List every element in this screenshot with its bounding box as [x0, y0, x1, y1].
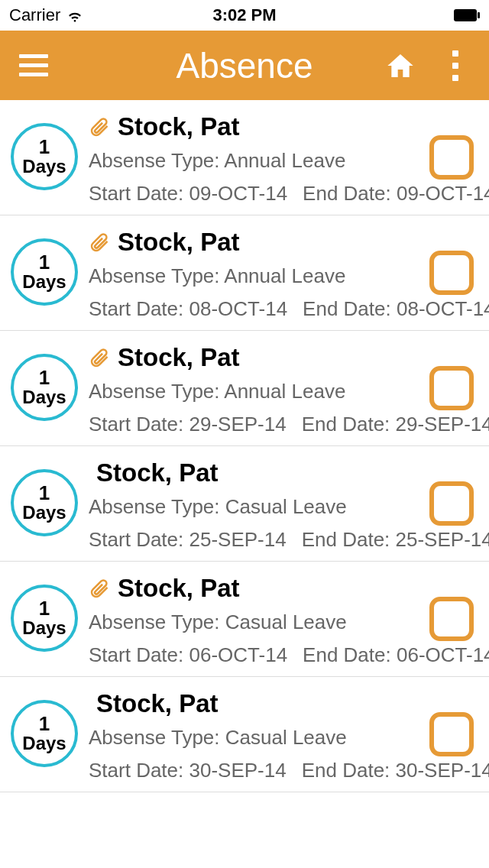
item-content: Stock, Pat Absense Type: Annual Leave St… — [89, 342, 413, 436]
days-count: 1 — [39, 368, 50, 387]
absence-type: Absense Type: Casual Leave — [89, 611, 413, 634]
days-count: 1 — [39, 137, 50, 157]
absence-type: Absense Type: Casual Leave — [89, 495, 413, 519]
end-date: End Date: 29-SEP-14 — [302, 413, 489, 436]
select-checkbox[interactable] — [429, 597, 474, 641]
select-checkbox[interactable] — [429, 712, 474, 756]
days-badge: 1 Days — [11, 123, 78, 190]
start-date: Start Date: 25-SEP-14 — [89, 528, 287, 552]
days-badge: 1 Days — [11, 469, 78, 536]
end-date: End Date: 25-SEP-14 — [302, 528, 489, 552]
item-content: Stock, Pat Absense Type: Casual Leave St… — [89, 688, 413, 782]
wifi-icon — [66, 7, 83, 24]
select-checkbox[interactable] — [429, 251, 474, 295]
days-badge: 1 Days — [11, 354, 78, 421]
days-count: 1 — [39, 252, 50, 272]
list-item[interactable]: 1 Days Stock, Pat Absense Type: Casual L… — [0, 562, 489, 677]
list-item[interactable]: 1 Days Stock, Pat Absense Type: Casual L… — [0, 677, 489, 792]
item-content: Stock, Pat Absense Type: Casual Leave St… — [89, 457, 413, 552]
days-unit: Days — [22, 157, 66, 177]
days-unit: Days — [22, 734, 66, 753]
more-icon[interactable] — [440, 50, 471, 81]
days-badge: 1 Days — [11, 585, 78, 652]
absence-list: 1 Days Stock, Pat Absense Type: Annual L… — [0, 100, 489, 792]
end-date: End Date: 30-SEP-14 — [302, 759, 489, 782]
item-content: Stock, Pat Absense Type: Annual Leave St… — [89, 111, 413, 206]
employee-name: Stock, Pat — [118, 228, 240, 257]
start-date: Start Date: 09-OCT-14 — [89, 182, 287, 206]
days-unit: Days — [22, 387, 66, 407]
days-badge: 1 Days — [11, 700, 78, 767]
start-date: Start Date: 08-OCT-14 — [89, 297, 287, 321]
home-icon[interactable] — [385, 50, 416, 81]
absence-type: Absense Type: Annual Leave — [89, 264, 413, 288]
status-time: 3:02 PM — [212, 5, 276, 25]
list-item[interactable]: 1 Days Stock, Pat Absense Type: Annual L… — [0, 331, 489, 446]
days-count: 1 — [39, 598, 50, 618]
end-date: End Date: 09-OCT-14 — [303, 182, 489, 206]
employee-name: Stock, Pat — [96, 458, 219, 487]
menu-icon[interactable] — [18, 50, 49, 81]
list-item[interactable]: 1 Days Stock, Pat Absense Type: Casual L… — [0, 446, 489, 562]
employee-name: Stock, Pat — [118, 112, 240, 141]
days-count: 1 — [39, 714, 50, 734]
absence-type: Absense Type: Annual Leave — [89, 380, 413, 403]
select-checkbox[interactable] — [429, 135, 474, 180]
paperclip-icon — [89, 576, 110, 601]
start-date: Start Date: 30-SEP-14 — [89, 759, 287, 782]
item-content: Stock, Pat Absense Type: Annual Leave St… — [89, 226, 413, 321]
carrier-text: Carrier — [9, 5, 60, 25]
start-date: Start Date: 29-SEP-14 — [89, 413, 287, 436]
list-item[interactable]: 1 Days Stock, Pat Absense Type: Annual L… — [0, 100, 489, 215]
end-date: End Date: 06-OCT-14 — [303, 643, 489, 667]
paperclip-icon — [89, 115, 110, 139]
absence-type: Absense Type: Casual Leave — [89, 726, 413, 750]
battery-icon — [454, 9, 480, 21]
absence-type: Absense Type: Annual Leave — [89, 149, 413, 173]
select-checkbox[interactable] — [429, 366, 474, 410]
select-checkbox[interactable] — [429, 481, 474, 526]
days-unit: Days — [22, 503, 66, 523]
days-count: 1 — [39, 483, 50, 503]
page-title: Absence — [176, 45, 313, 86]
app-header: Absence — [0, 31, 489, 100]
list-item[interactable]: 1 Days Stock, Pat Absense Type: Annual L… — [0, 215, 489, 331]
end-date: End Date: 08-OCT-14 — [303, 297, 489, 321]
employee-name: Stock, Pat — [118, 343, 240, 372]
days-badge: 1 Days — [11, 238, 78, 306]
employee-name: Stock, Pat — [96, 689, 219, 718]
employee-name: Stock, Pat — [118, 574, 240, 603]
item-content: Stock, Pat Absense Type: Casual Leave St… — [89, 572, 413, 667]
status-bar: Carrier 3:02 PM — [0, 0, 489, 31]
svg-rect-1 — [478, 12, 480, 18]
days-unit: Days — [22, 272, 66, 292]
start-date: Start Date: 06-OCT-14 — [89, 643, 287, 667]
svg-rect-0 — [454, 9, 477, 21]
paperclip-icon — [89, 345, 110, 370]
paperclip-icon — [89, 230, 110, 254]
days-unit: Days — [22, 618, 66, 638]
